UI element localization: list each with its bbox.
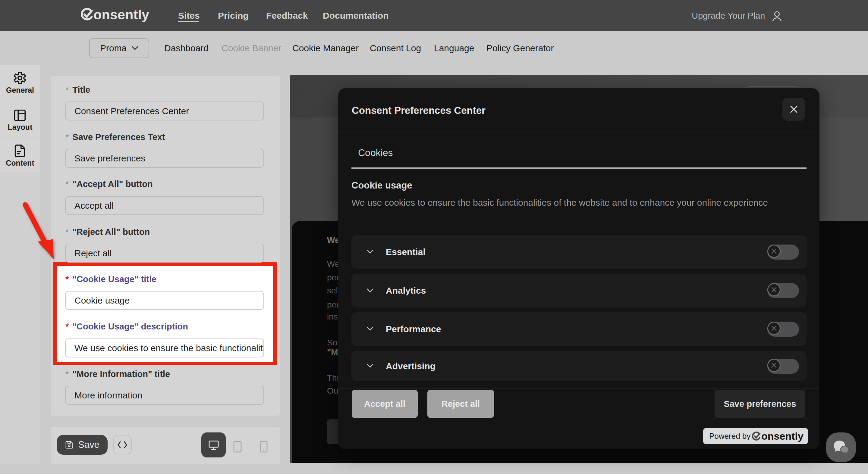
svg-text:onsently: onsently [93,7,149,22]
svg-text:onsently: onsently [761,430,804,442]
